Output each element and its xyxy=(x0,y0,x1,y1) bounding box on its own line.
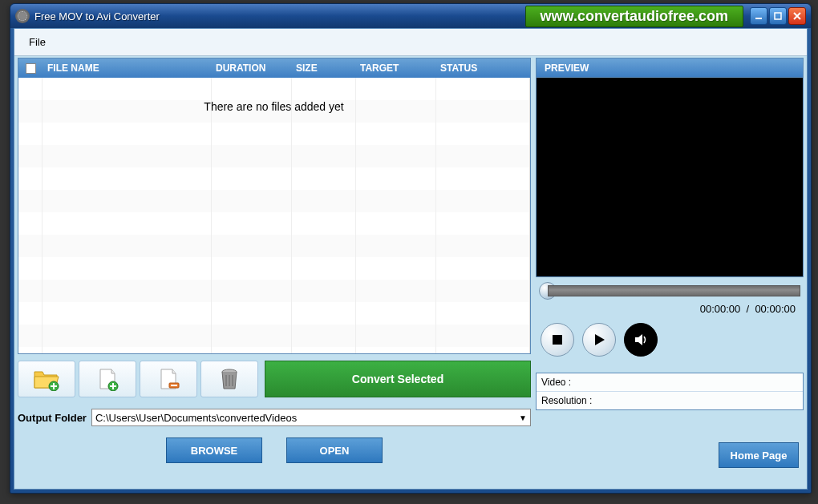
clear-all-button[interactable] xyxy=(200,361,258,397)
stop-icon xyxy=(551,333,564,346)
url-banner[interactable]: www.convertaudiofree.com xyxy=(525,6,743,27)
col-status[interactable]: STATUS xyxy=(435,62,500,74)
folder-plus-icon xyxy=(33,367,60,391)
remove-file-button[interactable] xyxy=(140,361,197,397)
svg-rect-7 xyxy=(553,335,562,345)
add-file-button[interactable] xyxy=(79,361,136,397)
time-total: 00:00:00 xyxy=(755,303,796,315)
output-folder-path: C:\Users\User\Documents\convertedVideos xyxy=(95,412,297,424)
empty-message: There are no files added yet xyxy=(18,100,529,113)
media-info: Video : Resolution : xyxy=(536,373,804,410)
time-sep: / xyxy=(747,303,750,315)
file-table-header: FILE NAME DURATION SIZE TARGET STATUS xyxy=(18,58,530,78)
play-button[interactable] xyxy=(582,323,616,357)
col-size[interactable]: SIZE xyxy=(291,62,355,74)
video-info-line: Video : xyxy=(537,373,803,392)
scrubber-track[interactable] xyxy=(548,285,800,296)
stop-button[interactable] xyxy=(541,323,574,357)
window-title: Free MOV to Avi Converter xyxy=(34,10,160,22)
homepage-button[interactable]: Home Page xyxy=(719,442,799,468)
resolution-info-line: Resolution : xyxy=(537,392,803,409)
add-folder-button[interactable] xyxy=(18,361,75,397)
titlebar[interactable]: Free MOV to Avi Converter www.convertaud… xyxy=(10,4,811,28)
preview-header: PREVIEW xyxy=(536,58,804,77)
select-all-checkbox[interactable] xyxy=(26,63,36,74)
time-display: 00:00:00 / 00:00:00 xyxy=(536,301,804,320)
client-area: File FILE NAME DURATION SIZE TARGET STAT… xyxy=(14,28,808,490)
open-button[interactable]: OPEN xyxy=(286,437,383,463)
col-target[interactable]: TARGET xyxy=(355,62,435,74)
svg-rect-1 xyxy=(775,13,781,19)
convert-selected-button[interactable]: Convert Selected xyxy=(265,361,531,397)
preview-video[interactable] xyxy=(536,77,804,277)
col-filename[interactable]: FILE NAME xyxy=(43,62,211,74)
col-duration[interactable]: DURATION xyxy=(211,62,291,74)
trash-icon xyxy=(216,367,243,391)
minimize-button[interactable] xyxy=(750,7,767,25)
right-pane: PREVIEW 00:00:00 / 00:00:00 xyxy=(536,58,804,484)
app-window: Free MOV to Avi Converter www.convertaud… xyxy=(10,3,812,494)
maximize-button[interactable] xyxy=(769,7,787,25)
output-folder-row: Output Folder C:\Users\User\Documents\co… xyxy=(18,409,531,426)
file-table: FILE NAME DURATION SIZE TARGET STATUS Th… xyxy=(18,58,531,354)
scrubber[interactable] xyxy=(536,277,804,301)
file-minus-icon xyxy=(155,367,182,391)
file-toolbar: Convert Selected xyxy=(18,359,531,399)
file-plus-icon xyxy=(94,367,121,391)
browse-open-row: BROWSE OPEN xyxy=(18,437,531,463)
output-folder-select[interactable]: C:\Users\User\Documents\convertedVideos … xyxy=(91,409,531,426)
select-all-checkbox-cell xyxy=(18,63,43,74)
chevron-down-icon: ▼ xyxy=(519,413,527,422)
time-current: 00:00:00 xyxy=(700,303,741,315)
menubar: File xyxy=(14,29,807,56)
app-icon xyxy=(15,9,30,23)
file-table-body[interactable]: There are no files added yet xyxy=(18,78,530,353)
menu-file[interactable]: File xyxy=(22,31,52,53)
svg-rect-5 xyxy=(171,385,177,386)
left-pane: FILE NAME DURATION SIZE TARGET STATUS Th… xyxy=(18,58,531,484)
video-label: Video : xyxy=(541,377,571,388)
speaker-icon xyxy=(633,332,649,348)
playback-controls xyxy=(536,320,804,366)
volume-button[interactable] xyxy=(624,323,658,357)
play-icon xyxy=(592,333,606,347)
close-button[interactable] xyxy=(788,7,806,25)
output-folder-label: Output Folder xyxy=(18,412,87,424)
svg-rect-0 xyxy=(755,18,762,19)
resolution-label: Resolution : xyxy=(541,395,592,406)
browse-button[interactable]: BROWSE xyxy=(166,437,262,463)
